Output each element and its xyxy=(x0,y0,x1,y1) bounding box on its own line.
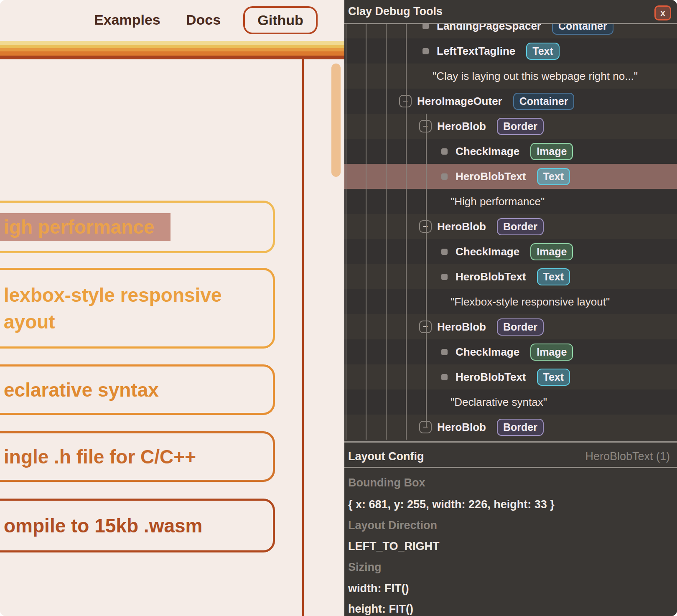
tree-guide-line xyxy=(426,114,427,427)
app-window: Examples Docs Github igh performancelexb… xyxy=(0,0,677,616)
element-type-badge: Image xyxy=(530,243,573,260)
element-name: CheckImage xyxy=(456,145,519,158)
leaf-bullet-icon xyxy=(441,148,448,155)
config-divider-bottom xyxy=(344,467,677,468)
tree-row-HeroBlob[interactable]: −HeroBlobBorder xyxy=(344,314,677,339)
feature-card: ingle .h file for C/C++ xyxy=(0,431,275,482)
element-name: CheckImage xyxy=(456,346,519,359)
tree-guide-line xyxy=(346,24,346,440)
leaf-bullet-icon xyxy=(441,173,448,180)
leaf-bullet-icon xyxy=(441,349,448,355)
leaf-bullet-icon xyxy=(441,274,448,280)
tree-row-HeroBlob[interactable]: −HeroBlobBorder xyxy=(344,214,677,239)
element-type-badge: Border xyxy=(497,218,544,235)
element-type-badge: Text xyxy=(526,43,560,60)
stripe-band xyxy=(0,56,344,59)
tree-row-HeroBlobText[interactable]: HeroBlobTextText xyxy=(344,164,677,189)
config-section-label: Bounding Box xyxy=(348,475,425,490)
element-name: HeroBlobText xyxy=(456,270,526,283)
text-content: "Declarative syntax" xyxy=(450,396,547,409)
feature-card-text: igh performance xyxy=(4,214,273,240)
tree-text-row[interactable]: "Flexbox-style responsive layout" xyxy=(344,289,677,314)
config-value: { x: 681, y: 255, width: 226, height: 33… xyxy=(348,497,555,512)
nav-docs-link[interactable]: Docs xyxy=(186,12,221,28)
tree-row-HeroImageOuter[interactable]: −HeroImageOuterContainer xyxy=(344,89,677,114)
tree-row-HeroBlob[interactable]: −HeroBlobBorder xyxy=(344,415,677,440)
tree-row-HeroBlobText[interactable]: HeroBlobTextText xyxy=(344,264,677,289)
text-content: "High performance" xyxy=(450,195,545,208)
tree-text-row[interactable]: "Declarative syntax" xyxy=(344,389,677,415)
config-section-label: Layout Direction xyxy=(348,518,437,533)
element-type-badge: Text xyxy=(537,268,570,285)
element-name: HeroBlobText xyxy=(456,371,526,384)
element-type-badge: Text xyxy=(537,369,570,386)
tree-row-CheckImage[interactable]: CheckImageImage xyxy=(344,139,677,164)
collapse-minus-icon[interactable]: − xyxy=(419,220,432,233)
github-button[interactable]: Github xyxy=(243,6,318,34)
element-type-badge: Border xyxy=(497,318,544,336)
element-name: HeroBlob xyxy=(437,421,486,434)
tree-text-row[interactable]: "Clay is laying out this webpage right n… xyxy=(344,64,677,89)
element-type-badge: Text xyxy=(537,168,570,185)
tree-row-HeroBlobText[interactable]: HeroBlobTextText xyxy=(344,364,677,389)
layout-config-title: Layout Config xyxy=(348,450,424,463)
leaf-bullet-icon xyxy=(422,48,429,54)
feature-card: igh performance xyxy=(0,201,275,253)
leaf-bullet-icon xyxy=(441,249,448,255)
element-type-badge: Image xyxy=(530,143,573,160)
collapse-minus-icon[interactable]: − xyxy=(419,421,432,433)
feature-card-text: lexbox-style responsive xyxy=(4,282,273,308)
config-value: height: FIT() xyxy=(348,601,413,616)
leaf-bullet-icon xyxy=(441,374,448,380)
text-content: "Clay is laying out this webpage right n… xyxy=(433,70,638,83)
scrollbar-thumb[interactable] xyxy=(331,64,341,177)
text-content: "Flexbox-style responsive layout" xyxy=(450,295,610,308)
stripe-band xyxy=(0,48,344,51)
feature-card: lexbox-style responsiveayout xyxy=(0,268,275,349)
tree-row-HeroBlob[interactable]: −HeroBlobBorder xyxy=(344,114,677,139)
collapse-minus-icon[interactable]: − xyxy=(399,95,412,107)
feature-card-text: eclarative syntax xyxy=(4,377,273,403)
page-divider-line xyxy=(302,58,304,616)
element-name: HeroBlobText xyxy=(456,170,526,183)
tree-row-LeftTextTagline[interactable]: LeftTextTaglineText xyxy=(344,38,677,64)
config-value: width: FIT() xyxy=(348,581,409,596)
element-name: HeroBlob xyxy=(437,120,486,133)
element-name: HeroBlob xyxy=(437,220,486,233)
feature-card-text: ingle .h file for C/C++ xyxy=(4,443,273,470)
feature-card-text: ayout xyxy=(4,308,273,335)
element-type-badge: Border xyxy=(497,419,544,436)
tree-row-CheckImage[interactable]: CheckImageImage xyxy=(344,239,677,264)
debug-panel: LandingPageSpacerContainerLeftTextTaglin… xyxy=(344,0,677,616)
config-divider-top xyxy=(344,441,677,443)
element-type-badge: Image xyxy=(530,344,573,361)
stripe-band xyxy=(0,51,344,56)
collapse-minus-icon[interactable]: − xyxy=(419,120,432,132)
element-name: LeftTextTagline xyxy=(437,45,515,58)
config-section-label: Sizing xyxy=(348,560,382,575)
stripe-band xyxy=(0,41,344,45)
tree-guide-line xyxy=(386,24,387,440)
element-type-badge: Border xyxy=(497,118,544,135)
tree-guide-line xyxy=(366,24,366,440)
config-value: LEFT_TO_RIGHT xyxy=(348,539,440,554)
header-divider xyxy=(344,23,677,24)
element-type-badge: Container xyxy=(513,93,575,110)
webpage-pane: Examples Docs Github igh performancelexb… xyxy=(0,0,344,616)
feature-card-text: ompile to 15kb .wasm xyxy=(4,512,273,539)
element-name: HeroBlob xyxy=(437,321,486,333)
collapse-minus-icon[interactable]: − xyxy=(419,321,432,333)
feature-card: eclarative syntax xyxy=(0,364,275,415)
tree-text-row[interactable]: "High performance" xyxy=(344,189,677,214)
feature-card: ompile to 15kb .wasm xyxy=(0,499,275,552)
element-name: HeroImageOuter xyxy=(417,95,502,108)
element-name: CheckImage xyxy=(456,245,519,258)
tree-row-CheckImage[interactable]: CheckImageImage xyxy=(344,339,677,364)
tree-guide-line xyxy=(406,24,407,440)
selected-element-label: HeroBlobText (1) xyxy=(585,450,670,463)
nav-examples-link[interactable]: Examples xyxy=(94,12,160,28)
debug-panel-title: Clay Debug Tools xyxy=(344,0,677,23)
close-icon[interactable]: x xyxy=(654,5,671,20)
stripe-band xyxy=(0,45,344,48)
